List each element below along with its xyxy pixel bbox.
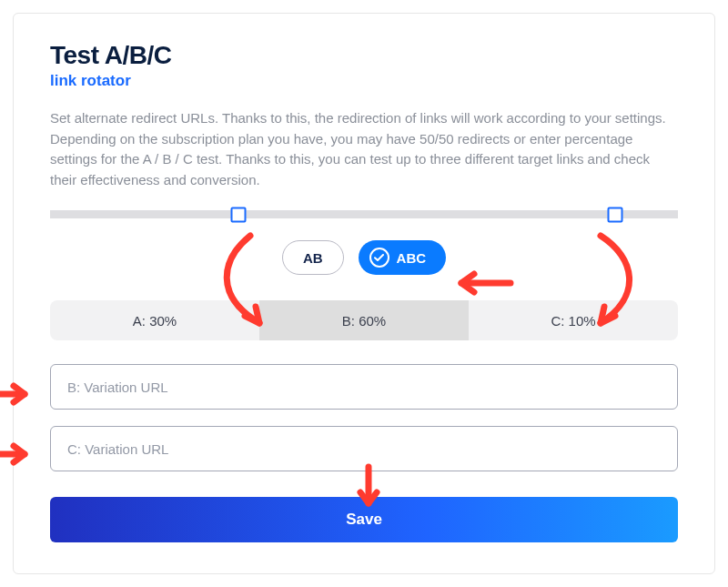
- mode-abc-button[interactable]: ABC: [359, 240, 447, 275]
- variation-c-input[interactable]: [50, 426, 678, 471]
- mode-abc-label: ABC: [397, 250, 427, 266]
- split-slider[interactable]: [50, 210, 678, 218]
- page-title: Test A/B/C: [50, 41, 678, 70]
- save-button[interactable]: Save: [50, 497, 678, 542]
- annotation-arrow-icon: [0, 381, 35, 407]
- annotation-arrow-icon: [0, 441, 35, 467]
- mode-selector: AB ABC: [50, 240, 678, 275]
- abc-test-card: Test A/B/C link rotator Set alternate re…: [13, 13, 715, 574]
- check-circle-icon: [369, 248, 389, 268]
- slider-handle-a[interactable]: [231, 207, 247, 222]
- distribution-c: C: 10%: [469, 300, 678, 340]
- distribution-b: B: 60%: [259, 300, 469, 340]
- mode-ab-button[interactable]: AB: [282, 240, 344, 275]
- save-button-label: Save: [346, 511, 382, 528]
- page-subtitle: link rotator: [50, 72, 678, 90]
- description-text: Set alternate redirect URLs. Thanks to t…: [50, 108, 678, 190]
- slider-handle-b[interactable]: [608, 207, 623, 222]
- mode-ab-label: AB: [303, 250, 323, 266]
- distribution-a: A: 30%: [50, 300, 259, 340]
- distribution-bar: A: 30% B: 60% C: 10%: [50, 300, 678, 340]
- variation-b-input[interactable]: [50, 364, 678, 410]
